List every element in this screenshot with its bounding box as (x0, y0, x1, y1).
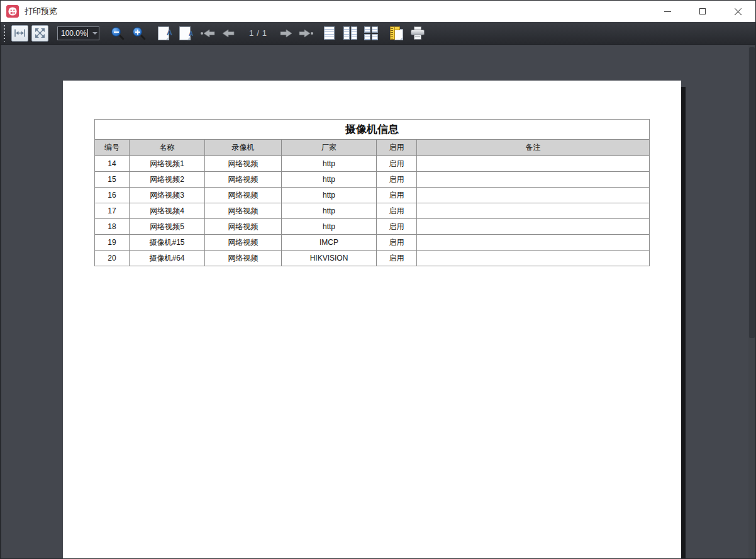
zoom-in-button[interactable] (130, 25, 147, 42)
table-cell: 网络视频5 (130, 219, 205, 235)
table-cell (417, 219, 650, 235)
table-cell: 启用 (377, 203, 417, 219)
fit-width-button[interactable] (11, 25, 28, 42)
column-header: 备注 (417, 140, 650, 156)
maximize-button[interactable] (685, 1, 720, 22)
single-page-view-button[interactable] (321, 25, 338, 42)
two-page-view-icon (343, 26, 357, 40)
table-cell: http (282, 188, 377, 203)
titlebar: 打印预览 (1, 1, 755, 22)
table-row: 14网络视频1网络视频http启用 (95, 156, 650, 172)
fit-page-icon (35, 28, 45, 38)
page-shadow (681, 87, 686, 558)
first-page-button[interactable] (199, 25, 216, 42)
minimize-icon (664, 11, 671, 12)
four-page-view-button[interactable] (362, 25, 379, 42)
table-cell: 16 (95, 188, 130, 203)
total-pages: 1 (262, 28, 267, 38)
table-row: 15网络视频2网络视频http启用 (95, 172, 650, 188)
table-cell: 启用 (377, 188, 417, 203)
table-cell: http (282, 172, 377, 188)
text-smaller-button[interactable]: A (176, 25, 193, 42)
column-header: 名称 (130, 140, 205, 156)
table-cell: 网络视频2 (130, 172, 205, 188)
scrollbar-thumb[interactable] (749, 47, 755, 338)
table-cell: 网络视频1 (130, 156, 205, 172)
four-page-view-icon (364, 26, 378, 40)
table-cell: 18 (95, 219, 130, 235)
table-cell: 启用 (377, 156, 417, 172)
table-cell (417, 156, 650, 172)
chevron-down-icon (92, 32, 97, 35)
next-page-icon (279, 28, 294, 39)
table-cell: IMCP (282, 235, 377, 251)
table-cell: 20 (95, 251, 130, 266)
table-cell: 摄像机#15 (130, 235, 205, 251)
print-button[interactable] (409, 25, 426, 42)
page-separator: / (257, 28, 259, 38)
page-setup-button[interactable] (388, 25, 405, 42)
window-controls (650, 1, 755, 22)
table-cell: 网络视频 (205, 235, 282, 251)
minimize-button[interactable] (650, 1, 685, 22)
current-page: 1 (249, 28, 253, 38)
single-page-view-icon (324, 26, 335, 40)
two-page-view-button[interactable] (342, 25, 359, 42)
zoom-out-icon (111, 26, 125, 40)
table-cell: 网络视频3 (130, 188, 205, 203)
table-cell: 19 (95, 235, 130, 251)
table-cell: 14 (95, 156, 130, 172)
table-cell: http (282, 203, 377, 219)
close-button[interactable] (720, 1, 755, 22)
table-row: 19摄像机#15网络视频IMCP启用 (95, 235, 650, 251)
table-title-row: 摄像机信息 (95, 120, 650, 140)
table-cell: 网络视频 (205, 219, 282, 235)
zoom-level-combobox[interactable]: 100.0% (57, 26, 99, 40)
table-cell (417, 203, 650, 219)
text-caret (87, 29, 88, 37)
table-cell (417, 251, 650, 266)
app-icon (6, 5, 19, 18)
document-page: 摄像机信息 编号名称录像机厂家启用备注 14网络视频1网络视频http启用15网… (63, 81, 681, 558)
preview-canvas: 摄像机信息 编号名称录像机厂家启用备注 14网络视频1网络视频http启用15网… (1, 45, 755, 558)
first-page-icon (200, 28, 216, 39)
last-page-button[interactable] (297, 25, 314, 42)
page-large-A-icon: A (157, 26, 170, 41)
table-title: 摄像机信息 (95, 120, 650, 140)
table-cell: http (282, 156, 377, 172)
zoom-level-value: 100.0% (61, 29, 87, 38)
report-area: 摄像机信息 编号名称录像机厂家启用备注 14网络视频1网络视频http启用15网… (94, 119, 649, 266)
table-cell: 网络视频4 (130, 203, 205, 219)
camera-info-table: 摄像机信息 编号名称录像机厂家启用备注 14网络视频1网络视频http启用15网… (94, 119, 650, 266)
text-larger-button[interactable]: A (155, 25, 172, 42)
prev-page-icon (221, 28, 235, 39)
table-row: 17网络视频4网络视频http启用 (95, 203, 650, 219)
window-title: 打印预览 (25, 6, 57, 17)
table-row: 16网络视频3网络视频http启用 (95, 188, 650, 203)
page-small-A-icon: A (179, 26, 191, 41)
table-cell: 网络视频 (205, 203, 282, 219)
print-preview-window: 打印预览 (0, 0, 756, 559)
prev-page-button[interactable] (220, 25, 236, 42)
last-page-icon (298, 28, 314, 39)
next-page-button[interactable] (278, 25, 295, 42)
zoom-dropdown-button[interactable] (91, 27, 99, 40)
table-cell: 网络视频 (205, 251, 282, 266)
toolbar-grip-handle[interactable] (3, 25, 6, 42)
vertical-scrollbar[interactable] (748, 45, 755, 558)
table-cell: 摄像机#64 (130, 251, 205, 266)
table-row: 20摄像机#64网络视频HIKVISION启用 (95, 251, 650, 266)
table-cell: 网络视频 (205, 188, 282, 203)
fit-width-icon (14, 28, 26, 38)
fit-page-button[interactable] (31, 25, 48, 42)
toolbar: 100.0% A A (1, 22, 755, 45)
column-header: 录像机 (205, 140, 282, 156)
table-header-row: 编号名称录像机厂家启用备注 (95, 140, 650, 156)
maximize-icon (699, 8, 706, 14)
table-cell: 15 (95, 172, 130, 188)
table-cell (417, 172, 650, 188)
zoom-out-button[interactable] (109, 25, 126, 42)
column-header: 编号 (95, 140, 130, 156)
table-cell (417, 188, 650, 203)
column-header: 厂家 (282, 140, 377, 156)
